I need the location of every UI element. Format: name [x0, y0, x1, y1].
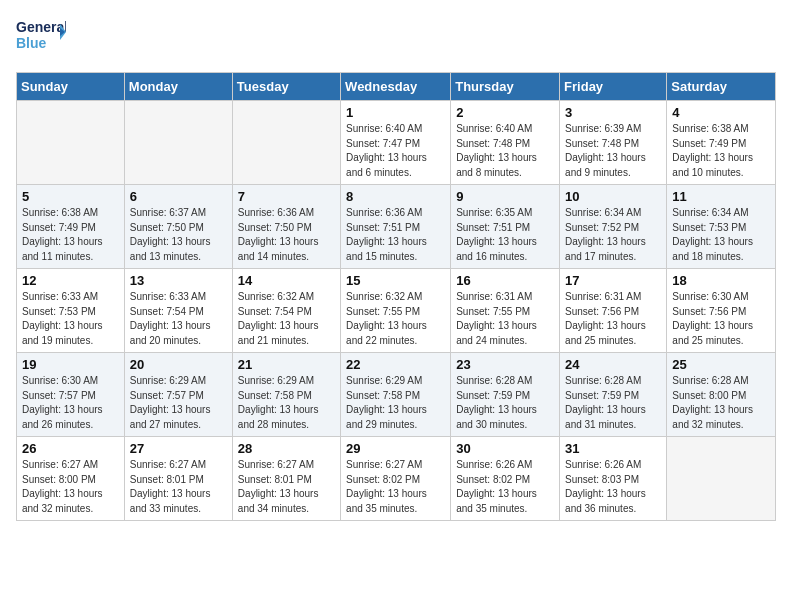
day-info: Sunrise: 6:34 AMSunset: 7:53 PMDaylight:… — [672, 206, 770, 264]
day-info: Sunrise: 6:29 AMSunset: 7:57 PMDaylight:… — [130, 374, 227, 432]
day-header-monday: Monday — [124, 73, 232, 101]
day-number: 21 — [238, 357, 335, 372]
day-info: Sunrise: 6:26 AMSunset: 8:02 PMDaylight:… — [456, 458, 554, 516]
calendar-cell — [17, 101, 125, 185]
day-number: 24 — [565, 357, 661, 372]
calendar-cell: 8Sunrise: 6:36 AMSunset: 7:51 PMDaylight… — [341, 185, 451, 269]
calendar-cell: 18Sunrise: 6:30 AMSunset: 7:56 PMDayligh… — [667, 269, 776, 353]
day-info: Sunrise: 6:28 AMSunset: 7:59 PMDaylight:… — [565, 374, 661, 432]
calendar-cell: 31Sunrise: 6:26 AMSunset: 8:03 PMDayligh… — [560, 437, 667, 521]
day-header-thursday: Thursday — [451, 73, 560, 101]
day-info: Sunrise: 6:34 AMSunset: 7:52 PMDaylight:… — [565, 206, 661, 264]
day-number: 7 — [238, 189, 335, 204]
calendar-cell: 12Sunrise: 6:33 AMSunset: 7:53 PMDayligh… — [17, 269, 125, 353]
day-number: 31 — [565, 441, 661, 456]
calendar-cell: 24Sunrise: 6:28 AMSunset: 7:59 PMDayligh… — [560, 353, 667, 437]
calendar-cell: 27Sunrise: 6:27 AMSunset: 8:01 PMDayligh… — [124, 437, 232, 521]
calendar-cell: 17Sunrise: 6:31 AMSunset: 7:56 PMDayligh… — [560, 269, 667, 353]
day-number: 8 — [346, 189, 445, 204]
day-info: Sunrise: 6:36 AMSunset: 7:51 PMDaylight:… — [346, 206, 445, 264]
day-number: 15 — [346, 273, 445, 288]
calendar-cell: 7Sunrise: 6:36 AMSunset: 7:50 PMDaylight… — [232, 185, 340, 269]
calendar-cell: 29Sunrise: 6:27 AMSunset: 8:02 PMDayligh… — [341, 437, 451, 521]
day-number: 13 — [130, 273, 227, 288]
calendar-cell: 15Sunrise: 6:32 AMSunset: 7:55 PMDayligh… — [341, 269, 451, 353]
calendar-cell: 2Sunrise: 6:40 AMSunset: 7:48 PMDaylight… — [451, 101, 560, 185]
day-header-friday: Friday — [560, 73, 667, 101]
day-number: 22 — [346, 357, 445, 372]
day-number: 20 — [130, 357, 227, 372]
day-info: Sunrise: 6:32 AMSunset: 7:54 PMDaylight:… — [238, 290, 335, 348]
day-info: Sunrise: 6:28 AMSunset: 7:59 PMDaylight:… — [456, 374, 554, 432]
calendar-table: SundayMondayTuesdayWednesdayThursdayFrid… — [16, 72, 776, 521]
day-header-tuesday: Tuesday — [232, 73, 340, 101]
calendar-cell: 3Sunrise: 6:39 AMSunset: 7:48 PMDaylight… — [560, 101, 667, 185]
day-info: Sunrise: 6:28 AMSunset: 8:00 PMDaylight:… — [672, 374, 770, 432]
svg-text:Blue: Blue — [16, 35, 47, 51]
day-header-wednesday: Wednesday — [341, 73, 451, 101]
day-info: Sunrise: 6:35 AMSunset: 7:51 PMDaylight:… — [456, 206, 554, 264]
calendar-cell: 26Sunrise: 6:27 AMSunset: 8:00 PMDayligh… — [17, 437, 125, 521]
day-info: Sunrise: 6:36 AMSunset: 7:50 PMDaylight:… — [238, 206, 335, 264]
day-number: 23 — [456, 357, 554, 372]
calendar-cell: 4Sunrise: 6:38 AMSunset: 7:49 PMDaylight… — [667, 101, 776, 185]
day-info: Sunrise: 6:37 AMSunset: 7:50 PMDaylight:… — [130, 206, 227, 264]
day-number: 26 — [22, 441, 119, 456]
logo-svg: General Blue — [16, 16, 66, 60]
calendar-cell: 16Sunrise: 6:31 AMSunset: 7:55 PMDayligh… — [451, 269, 560, 353]
day-info: Sunrise: 6:26 AMSunset: 8:03 PMDaylight:… — [565, 458, 661, 516]
calendar-cell: 1Sunrise: 6:40 AMSunset: 7:47 PMDaylight… — [341, 101, 451, 185]
calendar-cell: 11Sunrise: 6:34 AMSunset: 7:53 PMDayligh… — [667, 185, 776, 269]
calendar-week-5: 26Sunrise: 6:27 AMSunset: 8:00 PMDayligh… — [17, 437, 776, 521]
calendar-cell: 21Sunrise: 6:29 AMSunset: 7:58 PMDayligh… — [232, 353, 340, 437]
day-number: 3 — [565, 105, 661, 120]
day-info: Sunrise: 6:38 AMSunset: 7:49 PMDaylight:… — [22, 206, 119, 264]
day-number: 12 — [22, 273, 119, 288]
calendar-cell: 19Sunrise: 6:30 AMSunset: 7:57 PMDayligh… — [17, 353, 125, 437]
day-info: Sunrise: 6:38 AMSunset: 7:49 PMDaylight:… — [672, 122, 770, 180]
day-info: Sunrise: 6:30 AMSunset: 7:57 PMDaylight:… — [22, 374, 119, 432]
calendar-cell: 23Sunrise: 6:28 AMSunset: 7:59 PMDayligh… — [451, 353, 560, 437]
day-number: 19 — [22, 357, 119, 372]
calendar-cell: 20Sunrise: 6:29 AMSunset: 7:57 PMDayligh… — [124, 353, 232, 437]
day-number: 11 — [672, 189, 770, 204]
svg-text:General: General — [16, 19, 66, 35]
day-number: 5 — [22, 189, 119, 204]
day-info: Sunrise: 6:40 AMSunset: 7:47 PMDaylight:… — [346, 122, 445, 180]
day-info: Sunrise: 6:31 AMSunset: 7:56 PMDaylight:… — [565, 290, 661, 348]
calendar-cell: 6Sunrise: 6:37 AMSunset: 7:50 PMDaylight… — [124, 185, 232, 269]
calendar-cell: 28Sunrise: 6:27 AMSunset: 8:01 PMDayligh… — [232, 437, 340, 521]
calendar-cell: 30Sunrise: 6:26 AMSunset: 8:02 PMDayligh… — [451, 437, 560, 521]
day-number: 27 — [130, 441, 227, 456]
day-number: 2 — [456, 105, 554, 120]
day-number: 6 — [130, 189, 227, 204]
day-info: Sunrise: 6:30 AMSunset: 7:56 PMDaylight:… — [672, 290, 770, 348]
logo: General Blue — [16, 16, 66, 60]
day-number: 14 — [238, 273, 335, 288]
calendar-week-1: 1Sunrise: 6:40 AMSunset: 7:47 PMDaylight… — [17, 101, 776, 185]
day-number: 1 — [346, 105, 445, 120]
calendar-cell — [667, 437, 776, 521]
calendar-week-4: 19Sunrise: 6:30 AMSunset: 7:57 PMDayligh… — [17, 353, 776, 437]
calendar-header-row: SundayMondayTuesdayWednesdayThursdayFrid… — [17, 73, 776, 101]
calendar-week-2: 5Sunrise: 6:38 AMSunset: 7:49 PMDaylight… — [17, 185, 776, 269]
day-header-saturday: Saturday — [667, 73, 776, 101]
day-info: Sunrise: 6:31 AMSunset: 7:55 PMDaylight:… — [456, 290, 554, 348]
day-info: Sunrise: 6:27 AMSunset: 8:00 PMDaylight:… — [22, 458, 119, 516]
day-info: Sunrise: 6:29 AMSunset: 7:58 PMDaylight:… — [238, 374, 335, 432]
day-number: 30 — [456, 441, 554, 456]
day-number: 18 — [672, 273, 770, 288]
calendar-cell: 22Sunrise: 6:29 AMSunset: 7:58 PMDayligh… — [341, 353, 451, 437]
day-number: 10 — [565, 189, 661, 204]
day-number: 4 — [672, 105, 770, 120]
calendar-cell: 13Sunrise: 6:33 AMSunset: 7:54 PMDayligh… — [124, 269, 232, 353]
calendar-cell: 5Sunrise: 6:38 AMSunset: 7:49 PMDaylight… — [17, 185, 125, 269]
day-info: Sunrise: 6:33 AMSunset: 7:53 PMDaylight:… — [22, 290, 119, 348]
day-number: 9 — [456, 189, 554, 204]
page-header: General Blue — [16, 16, 776, 60]
calendar-cell — [232, 101, 340, 185]
day-info: Sunrise: 6:27 AMSunset: 8:02 PMDaylight:… — [346, 458, 445, 516]
calendar-cell: 10Sunrise: 6:34 AMSunset: 7:52 PMDayligh… — [560, 185, 667, 269]
calendar-cell: 14Sunrise: 6:32 AMSunset: 7:54 PMDayligh… — [232, 269, 340, 353]
day-info: Sunrise: 6:27 AMSunset: 8:01 PMDaylight:… — [238, 458, 335, 516]
